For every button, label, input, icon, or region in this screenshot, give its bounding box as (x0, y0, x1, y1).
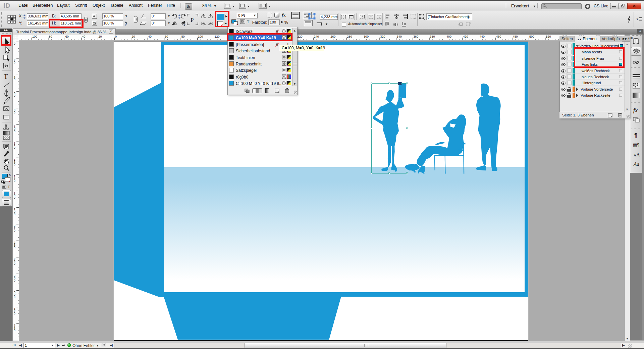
svg-text:260: 260 (330, 35, 335, 38)
svg-text:100: 100 (198, 35, 203, 38)
svg-text:300: 300 (364, 35, 369, 38)
svg-text:60: 60 (165, 35, 168, 38)
svg-text:340: 340 (397, 35, 402, 38)
svg-text:380: 380 (430, 35, 435, 38)
svg-text:0: 0 (14, 146, 15, 149)
svg-text:0: 0 (14, 94, 15, 97)
svg-text:60: 60 (65, 35, 69, 38)
svg-text:480: 480 (513, 35, 518, 38)
svg-text:80: 80 (181, 35, 185, 38)
svg-text:20: 20 (99, 35, 102, 38)
svg-text:0: 0 (14, 329, 15, 332)
svg-text:0: 0 (14, 295, 15, 299)
svg-text:40: 40 (82, 35, 85, 38)
svg-text:0: 0 (14, 130, 15, 133)
svg-text:0: 0 (14, 312, 15, 315)
svg-text:280: 280 (347, 35, 352, 38)
svg-text:0: 0 (14, 262, 15, 265)
svg-text:0: 0 (14, 179, 15, 183)
svg-text:440: 440 (480, 35, 485, 38)
svg-text:0: 0 (14, 196, 15, 199)
svg-text:0: 0 (14, 279, 15, 282)
svg-text:T: T (4, 73, 8, 80)
svg-text:0: 0 (14, 111, 15, 114)
svg-text:460: 460 (496, 35, 501, 38)
svg-text:120: 120 (214, 35, 219, 38)
svg-text:500: 500 (529, 35, 534, 38)
svg-text:20: 20 (131, 35, 135, 38)
svg-text:0: 0 (14, 42, 15, 45)
svg-text:0: 0 (14, 163, 15, 166)
svg-text:360: 360 (413, 35, 418, 38)
svg-text:P: P (191, 17, 194, 23)
svg-text:40: 40 (148, 35, 152, 38)
svg-text:320: 320 (380, 35, 385, 38)
svg-text:0: 0 (14, 246, 15, 249)
svg-text:400: 400 (446, 35, 451, 38)
svg-text:100: 100 (32, 35, 37, 38)
svg-text:420: 420 (463, 35, 468, 38)
svg-text:0: 0 (14, 212, 15, 216)
svg-text:80: 80 (49, 35, 52, 38)
svg-text:0: 0 (14, 229, 15, 232)
svg-text:220: 220 (297, 35, 302, 38)
svg-text:520: 520 (546, 35, 551, 38)
svg-text:0: 0 (115, 35, 117, 38)
svg-text:0: 0 (14, 61, 15, 64)
svg-text:240: 240 (314, 35, 319, 38)
svg-text:0: 0 (14, 78, 15, 81)
